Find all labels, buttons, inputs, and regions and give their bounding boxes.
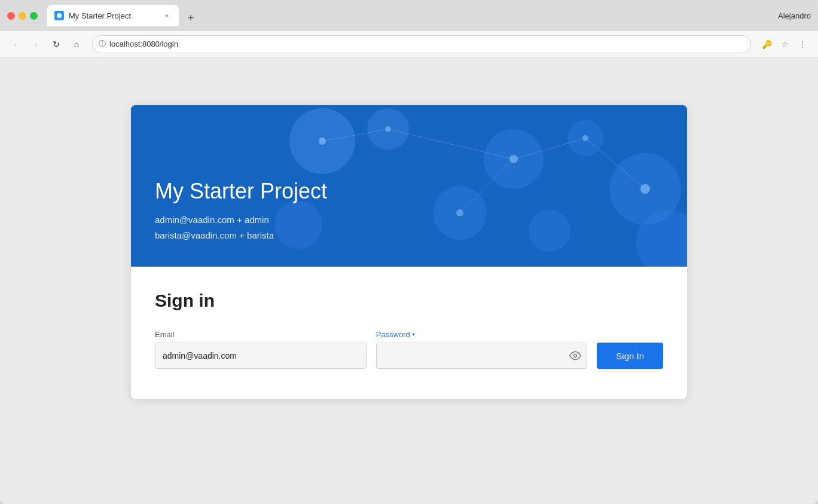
svg-point-21 <box>574 355 577 358</box>
url-display: localhost:8080/login <box>109 39 744 48</box>
menu-button[interactable]: ⋮ <box>794 36 811 53</box>
traffic-lights <box>7 12 38 20</box>
tab-favicon <box>54 11 64 20</box>
sign-in-heading: Sign in <box>155 291 663 311</box>
email-input[interactable] <box>155 343 367 369</box>
hero-hints: admin@vaadin.com + admin barista@vaadin.… <box>155 212 663 243</box>
active-tab[interactable]: My Starter Project × <box>47 5 179 26</box>
home-button[interactable]: ⌂ <box>68 36 85 53</box>
hero-section: My Starter Project admin@vaadin.com + ad… <box>131 105 687 267</box>
title-bar: My Starter Project × + Alejandro <box>0 0 818 31</box>
sign-in-button[interactable]: Sign In <box>597 343 663 369</box>
password-wrapper <box>376 343 588 369</box>
tab-title: My Starter Project <box>69 11 157 20</box>
traffic-light-yellow[interactable] <box>19 12 26 20</box>
hero-title: My Starter Project <box>155 179 663 204</box>
password-manager-button[interactable]: 🔑 <box>758 36 775 53</box>
tab-close-button[interactable]: × <box>162 11 172 20</box>
forward-button[interactable]: › <box>28 36 44 53</box>
form-section: Sign in Email Password <box>131 267 687 399</box>
form-row: Email Password <box>155 330 663 369</box>
page-content: My Starter Project admin@vaadin.com + ad… <box>0 57 818 504</box>
tab-bar: My Starter Project × + <box>47 5 773 26</box>
nav-bar: ‹ › ↻ ⌂ ⓘ localhost:8080/login 🔑 ☆ ⋮ <box>0 31 818 57</box>
new-tab-button[interactable]: + <box>182 10 199 26</box>
bookmark-button[interactable]: ☆ <box>776 36 793 53</box>
lock-icon: ⓘ <box>99 39 106 49</box>
hero-hint-line1: admin@vaadin.com + admin <box>155 212 663 228</box>
reload-button[interactable]: ↻ <box>48 36 65 53</box>
password-label: Password <box>376 330 588 339</box>
browser-frame: My Starter Project × + Alejandro ‹ › ↻ ⌂… <box>0 0 818 504</box>
traffic-light-green[interactable] <box>30 12 38 20</box>
back-button[interactable]: ‹ <box>7 36 24 53</box>
hero-hint-line2: barista@vaadin.com + barista <box>155 228 663 243</box>
email-label: Email <box>155 330 367 339</box>
email-field-group: Email <box>155 330 367 369</box>
password-field-group: Password <box>376 330 588 369</box>
eye-icon <box>569 350 581 362</box>
nav-right-buttons: 🔑 ☆ ⋮ <box>758 36 811 53</box>
toggle-password-button[interactable] <box>569 350 581 362</box>
password-input[interactable] <box>376 343 588 369</box>
address-bar[interactable]: ⓘ localhost:8080/login <box>92 35 751 53</box>
user-label: Alejandro <box>778 11 811 20</box>
traffic-light-red[interactable] <box>7 12 15 20</box>
login-card: My Starter Project admin@vaadin.com + ad… <box>131 105 687 399</box>
